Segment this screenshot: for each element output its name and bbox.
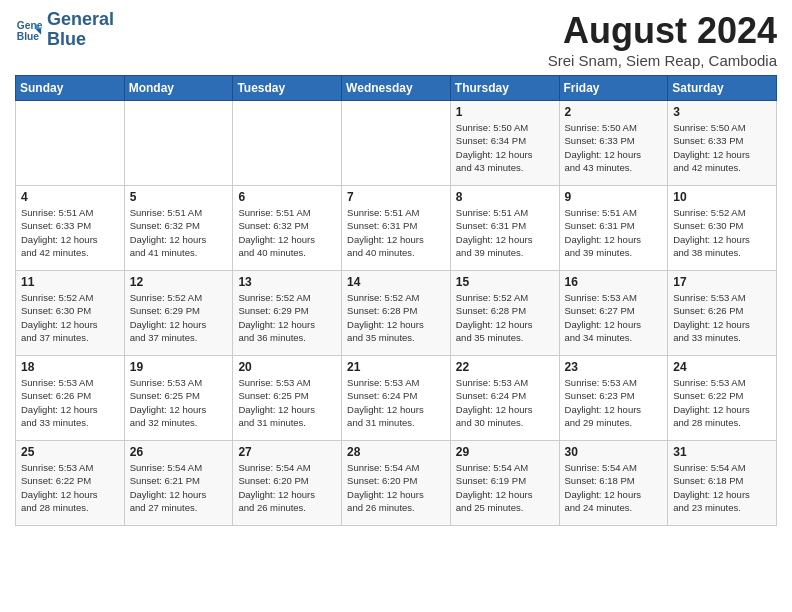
- calendar-cell: 25Sunrise: 5:53 AMSunset: 6:22 PMDayligh…: [16, 441, 125, 526]
- day-number: 16: [565, 275, 663, 289]
- calendar-cell: 18Sunrise: 5:53 AMSunset: 6:26 PMDayligh…: [16, 356, 125, 441]
- day-number: 28: [347, 445, 445, 459]
- calendar-cell: 21Sunrise: 5:53 AMSunset: 6:24 PMDayligh…: [342, 356, 451, 441]
- title-block: August 2024 Srei Snam, Siem Reap, Cambod…: [548, 10, 777, 69]
- day-number: 18: [21, 360, 119, 374]
- day-info: Sunrise: 5:50 AMSunset: 6:34 PMDaylight:…: [456, 121, 554, 174]
- day-number: 11: [21, 275, 119, 289]
- calendar-cell: 28Sunrise: 5:54 AMSunset: 6:20 PMDayligh…: [342, 441, 451, 526]
- day-number: 21: [347, 360, 445, 374]
- day-info: Sunrise: 5:51 AMSunset: 6:32 PMDaylight:…: [238, 206, 336, 259]
- calendar-cell: 15Sunrise: 5:52 AMSunset: 6:28 PMDayligh…: [450, 271, 559, 356]
- calendar-cell: 17Sunrise: 5:53 AMSunset: 6:26 PMDayligh…: [668, 271, 777, 356]
- day-info: Sunrise: 5:53 AMSunset: 6:24 PMDaylight:…: [347, 376, 445, 429]
- day-number: 4: [21, 190, 119, 204]
- calendar-cell: 14Sunrise: 5:52 AMSunset: 6:28 PMDayligh…: [342, 271, 451, 356]
- calendar-cell: 5Sunrise: 5:51 AMSunset: 6:32 PMDaylight…: [124, 186, 233, 271]
- day-info: Sunrise: 5:53 AMSunset: 6:27 PMDaylight:…: [565, 291, 663, 344]
- logo: General Blue General Blue: [15, 10, 114, 50]
- calendar-cell: 20Sunrise: 5:53 AMSunset: 6:25 PMDayligh…: [233, 356, 342, 441]
- day-number: 17: [673, 275, 771, 289]
- calendar-cell: [342, 101, 451, 186]
- calendar-cell: 29Sunrise: 5:54 AMSunset: 6:19 PMDayligh…: [450, 441, 559, 526]
- calendar-cell: 31Sunrise: 5:54 AMSunset: 6:18 PMDayligh…: [668, 441, 777, 526]
- day-number: 3: [673, 105, 771, 119]
- calendar-cell: 22Sunrise: 5:53 AMSunset: 6:24 PMDayligh…: [450, 356, 559, 441]
- weekday-header-monday: Monday: [124, 76, 233, 101]
- calendar-cell: 10Sunrise: 5:52 AMSunset: 6:30 PMDayligh…: [668, 186, 777, 271]
- day-number: 24: [673, 360, 771, 374]
- calendar-cell: 19Sunrise: 5:53 AMSunset: 6:25 PMDayligh…: [124, 356, 233, 441]
- day-info: Sunrise: 5:53 AMSunset: 6:22 PMDaylight:…: [21, 461, 119, 514]
- day-info: Sunrise: 5:54 AMSunset: 6:20 PMDaylight:…: [238, 461, 336, 514]
- day-info: Sunrise: 5:53 AMSunset: 6:25 PMDaylight:…: [238, 376, 336, 429]
- day-number: 10: [673, 190, 771, 204]
- day-info: Sunrise: 5:53 AMSunset: 6:26 PMDaylight:…: [673, 291, 771, 344]
- calendar-cell: [233, 101, 342, 186]
- day-info: Sunrise: 5:51 AMSunset: 6:31 PMDaylight:…: [565, 206, 663, 259]
- page-header: General Blue General Blue August 2024 Sr…: [15, 10, 777, 69]
- day-number: 22: [456, 360, 554, 374]
- calendar-cell: 26Sunrise: 5:54 AMSunset: 6:21 PMDayligh…: [124, 441, 233, 526]
- calendar-cell: 16Sunrise: 5:53 AMSunset: 6:27 PMDayligh…: [559, 271, 668, 356]
- day-number: 6: [238, 190, 336, 204]
- calendar-cell: 6Sunrise: 5:51 AMSunset: 6:32 PMDaylight…: [233, 186, 342, 271]
- weekday-header-row: SundayMondayTuesdayWednesdayThursdayFrid…: [16, 76, 777, 101]
- weekday-header-tuesday: Tuesday: [233, 76, 342, 101]
- calendar-cell: 2Sunrise: 5:50 AMSunset: 6:33 PMDaylight…: [559, 101, 668, 186]
- calendar-cell: 1Sunrise: 5:50 AMSunset: 6:34 PMDaylight…: [450, 101, 559, 186]
- day-number: 5: [130, 190, 228, 204]
- calendar-week-3: 11Sunrise: 5:52 AMSunset: 6:30 PMDayligh…: [16, 271, 777, 356]
- day-number: 31: [673, 445, 771, 459]
- day-info: Sunrise: 5:54 AMSunset: 6:18 PMDaylight:…: [565, 461, 663, 514]
- day-number: 30: [565, 445, 663, 459]
- day-info: Sunrise: 5:53 AMSunset: 6:26 PMDaylight:…: [21, 376, 119, 429]
- weekday-header-sunday: Sunday: [16, 76, 125, 101]
- day-info: Sunrise: 5:52 AMSunset: 6:29 PMDaylight:…: [130, 291, 228, 344]
- weekday-header-friday: Friday: [559, 76, 668, 101]
- day-info: Sunrise: 5:52 AMSunset: 6:29 PMDaylight:…: [238, 291, 336, 344]
- calendar-week-1: 1Sunrise: 5:50 AMSunset: 6:34 PMDaylight…: [16, 101, 777, 186]
- day-info: Sunrise: 5:53 AMSunset: 6:22 PMDaylight:…: [673, 376, 771, 429]
- day-info: Sunrise: 5:54 AMSunset: 6:21 PMDaylight:…: [130, 461, 228, 514]
- day-info: Sunrise: 5:52 AMSunset: 6:30 PMDaylight:…: [21, 291, 119, 344]
- calendar-table: SundayMondayTuesdayWednesdayThursdayFrid…: [15, 75, 777, 526]
- calendar-cell: [124, 101, 233, 186]
- day-info: Sunrise: 5:52 AMSunset: 6:28 PMDaylight:…: [456, 291, 554, 344]
- day-info: Sunrise: 5:54 AMSunset: 6:20 PMDaylight:…: [347, 461, 445, 514]
- day-number: 19: [130, 360, 228, 374]
- day-number: 2: [565, 105, 663, 119]
- day-info: Sunrise: 5:54 AMSunset: 6:18 PMDaylight:…: [673, 461, 771, 514]
- day-number: 8: [456, 190, 554, 204]
- day-info: Sunrise: 5:51 AMSunset: 6:31 PMDaylight:…: [456, 206, 554, 259]
- day-info: Sunrise: 5:54 AMSunset: 6:19 PMDaylight:…: [456, 461, 554, 514]
- day-number: 14: [347, 275, 445, 289]
- logo-icon: General Blue: [15, 16, 43, 44]
- day-info: Sunrise: 5:51 AMSunset: 6:32 PMDaylight:…: [130, 206, 228, 259]
- month-year: August 2024: [548, 10, 777, 52]
- calendar-week-4: 18Sunrise: 5:53 AMSunset: 6:26 PMDayligh…: [16, 356, 777, 441]
- day-info: Sunrise: 5:50 AMSunset: 6:33 PMDaylight:…: [565, 121, 663, 174]
- calendar-cell: 30Sunrise: 5:54 AMSunset: 6:18 PMDayligh…: [559, 441, 668, 526]
- day-info: Sunrise: 5:53 AMSunset: 6:23 PMDaylight:…: [565, 376, 663, 429]
- calendar-week-5: 25Sunrise: 5:53 AMSunset: 6:22 PMDayligh…: [16, 441, 777, 526]
- weekday-header-wednesday: Wednesday: [342, 76, 451, 101]
- calendar-cell: 23Sunrise: 5:53 AMSunset: 6:23 PMDayligh…: [559, 356, 668, 441]
- day-number: 7: [347, 190, 445, 204]
- day-number: 20: [238, 360, 336, 374]
- calendar-cell: 8Sunrise: 5:51 AMSunset: 6:31 PMDaylight…: [450, 186, 559, 271]
- logo-text: General Blue: [47, 10, 114, 50]
- calendar-cell: [16, 101, 125, 186]
- calendar-cell: 11Sunrise: 5:52 AMSunset: 6:30 PMDayligh…: [16, 271, 125, 356]
- day-info: Sunrise: 5:52 AMSunset: 6:30 PMDaylight:…: [673, 206, 771, 259]
- day-number: 29: [456, 445, 554, 459]
- svg-text:Blue: Blue: [17, 31, 40, 42]
- day-info: Sunrise: 5:50 AMSunset: 6:33 PMDaylight:…: [673, 121, 771, 174]
- calendar-cell: 13Sunrise: 5:52 AMSunset: 6:29 PMDayligh…: [233, 271, 342, 356]
- calendar-week-2: 4Sunrise: 5:51 AMSunset: 6:33 PMDaylight…: [16, 186, 777, 271]
- day-number: 1: [456, 105, 554, 119]
- calendar-cell: 3Sunrise: 5:50 AMSunset: 6:33 PMDaylight…: [668, 101, 777, 186]
- day-number: 15: [456, 275, 554, 289]
- calendar-cell: 12Sunrise: 5:52 AMSunset: 6:29 PMDayligh…: [124, 271, 233, 356]
- calendar-cell: 9Sunrise: 5:51 AMSunset: 6:31 PMDaylight…: [559, 186, 668, 271]
